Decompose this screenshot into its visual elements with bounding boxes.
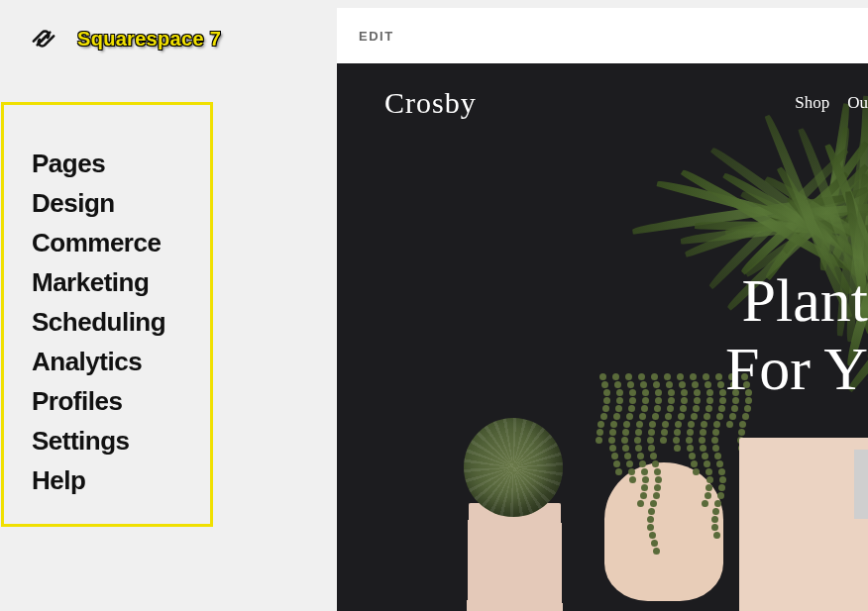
site-header: Crosby Shop Ou [337,63,868,143]
hero-line-2: For Y [725,335,868,403]
nav-item-design[interactable]: Design [32,190,210,216]
edit-toolbar: EDIT [337,8,868,63]
site-title[interactable]: Crosby [384,86,477,120]
main-nav-highlight-box: Pages Design Commerce Marketing Scheduli… [1,102,213,527]
hero-heading: Plant For Y [725,266,868,404]
sidebar: Squarespace 7 Pages Design Commerce Mark… [0,0,337,611]
nav-item-settings[interactable]: Settings [32,428,210,454]
nav-item-analytics[interactable]: Analytics [32,349,210,374]
squarespace-logo-icon [30,25,57,52]
site-canvas[interactable]: Crosby Shop Ou Plant For Y [337,63,868,611]
nav-item-scheduling[interactable]: Scheduling [32,309,210,335]
site-preview-panel: EDIT Crosby Shop Ou Plant For Y [337,8,868,611]
nav-item-help[interactable]: Help [32,467,210,493]
planter-box-1 [467,503,563,611]
planter-box-3 [739,438,868,611]
site-nav-link-shop[interactable]: Shop [795,93,829,113]
site-nav-link-partial[interactable]: Ou [847,93,868,113]
brand-name: Squarespace 7 [77,28,221,51]
cactus-decoration [464,418,563,517]
hero-line-1: Plant [725,266,868,335]
brand-row: Squarespace 7 [30,25,221,52]
nav-item-marketing[interactable]: Marketing [32,269,210,295]
site-nav: Shop Ou [795,93,868,113]
scroll-indicator[interactable] [854,450,868,519]
nav-item-profiles[interactable]: Profiles [32,388,210,414]
nav-item-pages[interactable]: Pages [32,151,210,176]
edit-button[interactable]: EDIT [359,29,394,44]
nav-item-commerce[interactable]: Commerce [32,230,210,255]
